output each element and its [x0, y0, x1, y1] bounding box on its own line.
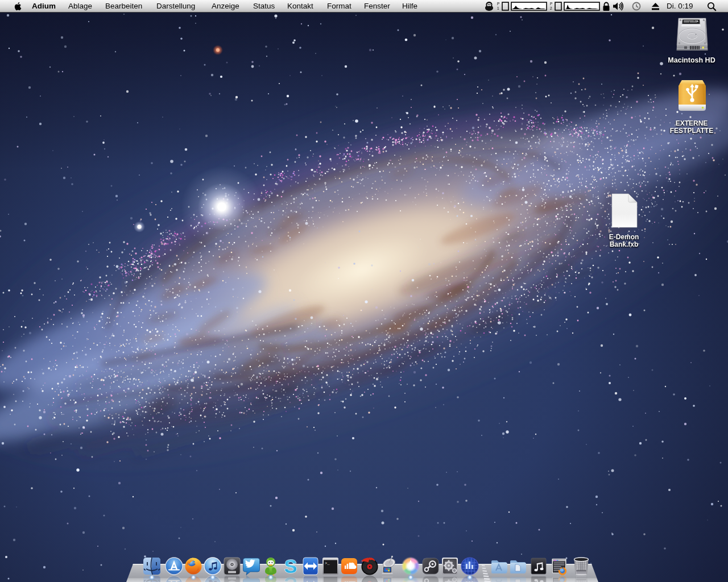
svg-text:P: P — [550, 2, 552, 6]
svg-text:S: S — [284, 555, 297, 577]
svg-text:1: 1 — [497, 6, 499, 10]
svg-text:>_: >_ — [325, 561, 330, 566]
svg-text:2: 2 — [550, 6, 552, 10]
svg-text:P: P — [497, 2, 499, 6]
